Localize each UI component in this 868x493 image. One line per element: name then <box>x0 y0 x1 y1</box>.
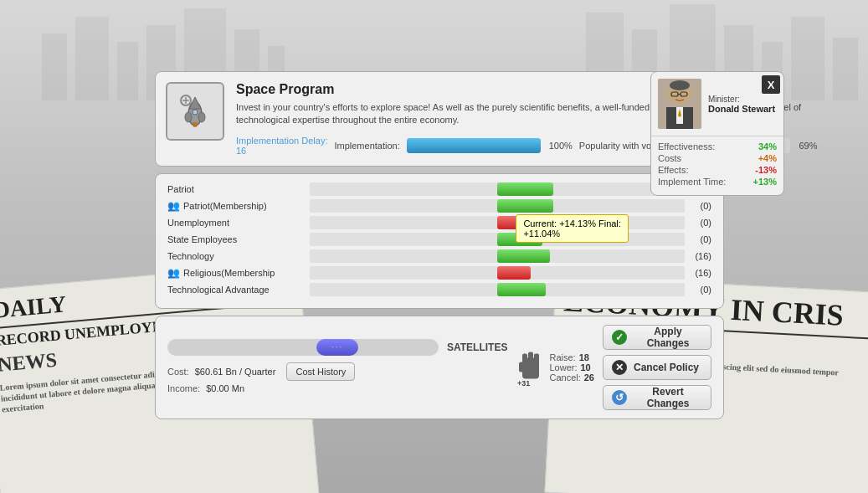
slider-label-unemployment: Unemployment <box>167 218 310 228</box>
svg-point-17 <box>198 112 205 122</box>
raise-value: 18 <box>579 352 589 362</box>
x-icon: ✕ <box>612 360 627 375</box>
svg-rect-13 <box>833 38 858 100</box>
satellites-range-track[interactable]: ··· <box>167 339 439 356</box>
lower-row: Lower: 10 <box>549 362 594 372</box>
revert-changes-button[interactable]: ↺ Revert Changes <box>603 385 711 410</box>
slider-row-religious-membership: 👥Religious(Membership (16) <box>167 266 711 280</box>
bottom-panel: ··· SATELLITES Cost: $60.61 Bn / Quarter… <box>155 316 724 419</box>
impl-label: Implementation: <box>334 141 399 151</box>
satellites-range-thumb[interactable]: ··· <box>316 339 358 356</box>
minister-stat-effectiveness: Effectiveness: 34% <box>658 141 777 151</box>
costs-label: Costs <box>658 153 681 163</box>
costs-value: +4% <box>758 153 777 163</box>
income-value: $0.00 Mn <box>206 383 244 393</box>
impl-progress-fill <box>407 138 541 153</box>
impl-progress-bar <box>407 138 541 153</box>
income-row: Income: $0.00 Mn <box>167 383 507 393</box>
raise-lower-stats: Raise: 18 Lower: 10 Cancel: 26 <box>549 352 594 383</box>
minister-name: Donald Stewart <box>708 104 777 114</box>
minister-stat-implement-time: Implement Time: +13% <box>658 177 777 187</box>
main-container: Space Program Invest in your country's e… <box>155 71 724 419</box>
slider-track-patriot-membership[interactable] <box>310 199 685 213</box>
satellites-label: SATELLITES <box>447 342 507 353</box>
svg-rect-2 <box>117 42 138 100</box>
thumb-dots: ··· <box>331 342 343 352</box>
cost-row: Cost: $60.61 Bn / Quarter Cost History <box>167 362 507 381</box>
effectiveness-value: 34% <box>758 141 777 151</box>
minister-name-section: Minister: Donald Stewart <box>708 95 777 114</box>
svg-rect-25 <box>528 352 533 363</box>
minister-stats: Effectiveness: 34% Costs +4% Effects: -1… <box>651 136 783 195</box>
slider-row-tech-advantage: Technological Advantage (0) <box>167 283 711 296</box>
group-icon-religious: 👥 <box>167 267 180 279</box>
fist-icon-container: +31 <box>516 345 545 389</box>
revert-changes-label: Revert Changes <box>634 386 702 409</box>
slider-value-tech-advantage: (0) <box>685 285 711 295</box>
revert-icon: ↺ <box>612 390 627 405</box>
slider-label-technology: Technology <box>167 251 310 261</box>
svg-rect-0 <box>42 33 67 100</box>
svg-point-36 <box>687 90 692 97</box>
minister-label: Minister: <box>708 95 777 104</box>
middle-panel: Patriot (0) 👥Patriot(Membership) (0) Une… <box>155 173 724 309</box>
svg-point-31 <box>670 80 690 90</box>
popularity-pct: 69% <box>799 141 817 151</box>
cancel-policy-button[interactable]: ✕ Cancel Policy <box>603 355 711 380</box>
slider-label-patriot-membership: 👥Patriot(Membership) <box>167 200 310 212</box>
cancel-row: Cancel: 26 <box>549 372 594 383</box>
raise-lower-section: +31 Raise: 18 Lower: 10 Cancel: 26 <box>516 352 594 383</box>
slider-track-technology[interactable] <box>310 249 685 263</box>
unemployment-tooltip: Current: +14.13% Final:+11.04% <box>516 214 628 243</box>
impl-pct: 100% <box>549 141 573 151</box>
group-icon-patriot: 👥 <box>167 200 180 212</box>
check-icon: ✓ <box>612 330 627 345</box>
slider-track-patriot[interactable] <box>310 182 685 196</box>
slider-row-patriot-membership: 👥Patriot(Membership) (0) <box>167 199 711 213</box>
impl-delay: Implementation Delay: 16 <box>236 136 327 156</box>
lower-value: 10 <box>580 362 590 372</box>
cost-history-button[interactable]: Cost History <box>286 362 355 381</box>
svg-marker-19 <box>193 122 198 127</box>
svg-rect-1 <box>75 17 109 100</box>
rocket-icon <box>174 90 216 132</box>
cancel-stat-value: 26 <box>584 372 594 383</box>
cost-value: $60.61 Bn / Quarter <box>195 367 276 377</box>
apply-changes-button[interactable]: ✓ Apply Changes <box>603 325 711 350</box>
implement-time-value: +13% <box>753 177 777 187</box>
raise-row: Raise: 18 <box>549 352 594 362</box>
top-panel: Space Program Invest in your country's e… <box>155 71 724 167</box>
slider-label-patriot: Patriot <box>167 184 310 194</box>
apply-changes-label: Apply Changes <box>634 326 702 349</box>
svg-point-16 <box>185 112 192 122</box>
slider-label-religious-membership: 👥Religious(Membership <box>167 267 310 279</box>
svg-text:+31: +31 <box>517 378 530 387</box>
minister-stat-costs: Costs +4% <box>658 153 777 163</box>
cancel-stat-label: Cancel: <box>549 372 580 383</box>
implement-time-label: Implement Time: <box>658 177 726 187</box>
slider-row-technology: Technology (16) <box>167 249 711 263</box>
slider-track-unemployment[interactable]: Current: +14.13% Final:+11.04% <box>310 216 685 229</box>
slider-value-state-employees: (0) <box>685 234 711 244</box>
slider-track-tech-advantage[interactable] <box>310 283 685 296</box>
income-label: Income: <box>167 383 200 393</box>
action-buttons: ✓ Apply Changes ✕ Cancel Policy ↺ Revert… <box>603 325 711 410</box>
minister-stat-effects: Effects: -13% <box>658 165 777 175</box>
slider-row-patriot: Patriot (0) <box>167 182 711 196</box>
effects-label: Effects: <box>658 165 688 175</box>
fist-icon: +31 <box>516 345 545 387</box>
slider-track-religious-membership[interactable] <box>310 266 685 280</box>
minister-panel: Minister: Donald Stewart X Effectiveness… <box>650 71 784 196</box>
slider-value-unemployment: (0) <box>685 218 711 228</box>
minister-avatar-svg <box>658 79 701 129</box>
slider-value-patriot-membership: (0) <box>685 201 711 211</box>
svg-rect-27 <box>519 362 524 372</box>
effects-value: -13% <box>755 165 777 175</box>
raise-label: Raise: <box>549 352 575 362</box>
cancel-policy-label: Cancel Policy <box>634 362 699 373</box>
bottom-slider-section: ··· SATELLITES Cost: $60.61 Bn / Quarter… <box>167 339 507 396</box>
policy-icon <box>166 82 224 141</box>
close-button[interactable]: X <box>762 75 780 94</box>
slider-label-tech-advantage: Technological Advantage <box>167 285 310 295</box>
cost-label: Cost: <box>167 367 189 377</box>
